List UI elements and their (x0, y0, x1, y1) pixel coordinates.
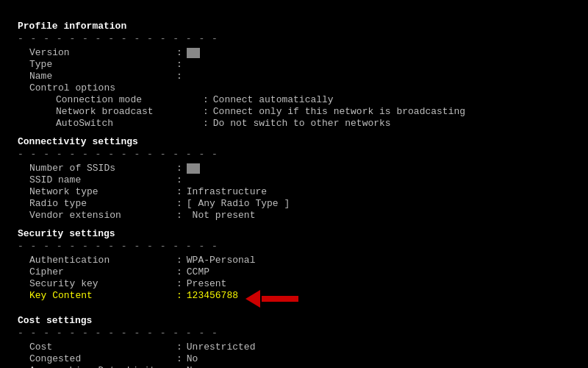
cost-label: Cost (29, 342, 176, 353)
radio-type-label: Radio type (29, 198, 176, 209)
autoswitch-row: AutoSwitch : Do not switch to other netw… (18, 118, 570, 129)
vendor-ext-value: Not present (187, 210, 256, 221)
profile-header: Profile information (18, 21, 570, 32)
cipher-label: Cipher (29, 266, 176, 277)
authentication-value: WPA-Personal (187, 255, 256, 266)
ssid-name-row: SSID name : (18, 174, 570, 185)
connection-mode-label: Connection mode (56, 94, 203, 105)
control-options-row: Control options (18, 82, 570, 93)
connectivity-section: Connectivity settings - - - - - - - - - … (18, 136, 570, 221)
type-label: Type (29, 59, 176, 70)
approaching-data-limit-value: No (187, 365, 198, 368)
connectivity-divider: - - - - - - - - - - - - - - - - (18, 149, 570, 160)
key-content-label: Key Content (29, 290, 176, 308)
cost-value: Unrestricted (187, 342, 256, 353)
num-ssids-value (187, 163, 200, 174)
cost-section: Cost settings - - - - - - - - - - - - - … (18, 315, 570, 368)
connection-mode-row: Connection mode : Connect automatically (18, 94, 570, 105)
profile-divider: - - - - - - - - - - - - - - - - (18, 33, 570, 44)
key-content-row: Key Content : 123456788 (18, 290, 570, 308)
security-section: Security settings - - - - - - - - - - - … (18, 228, 570, 308)
num-ssids-label: Number of SSIDs (29, 163, 176, 174)
ssid-name-label: SSID name (29, 174, 176, 185)
security-key-label: Security key (29, 278, 176, 289)
network-broadcast-label: Network broadcast (56, 106, 203, 117)
autoswitch-value: Do not switch to other networks (213, 118, 391, 129)
network-broadcast-row: Network broadcast : Connect only if this… (18, 106, 570, 117)
security-header: Security settings (18, 228, 570, 239)
security-divider: - - - - - - - - - - - - - - - - (18, 241, 570, 252)
version-label: Version (29, 47, 176, 58)
version-row: Version : (18, 47, 570, 58)
congested-label: Congested (29, 353, 176, 364)
radio-type-row: Radio type : [ Any Radio Type ] (18, 198, 570, 209)
security-key-row: Security key : Present (18, 278, 570, 289)
cipher-row: Cipher : CCMP (18, 266, 570, 277)
congested-row: Congested : No (18, 353, 570, 364)
name-row: Name : (18, 71, 570, 82)
control-options-label: Control options (29, 82, 176, 93)
network-type-label: Network type (29, 186, 176, 197)
autoswitch-label: AutoSwitch (56, 118, 203, 129)
vendor-ext-row: Vendor extension : Not present (18, 210, 570, 221)
type-row: Type : (18, 59, 570, 70)
key-content-value: 123456788 (187, 290, 238, 308)
cost-divider: - - - - - - - - - - - - - - - - (18, 328, 570, 339)
connectivity-header: Connectivity settings (18, 136, 570, 147)
num-ssids-row: Number of SSIDs : (18, 163, 570, 174)
approaching-data-limit-row: Approaching Data Limit : No (18, 365, 570, 368)
connection-mode-value: Connect automatically (213, 94, 334, 105)
cost-header: Cost settings (18, 315, 570, 326)
network-broadcast-value: Connect only if this network is broadcas… (213, 106, 465, 117)
version-value (187, 47, 200, 58)
congested-value: No (187, 353, 198, 364)
vendor-ext-label: Vendor extension (29, 210, 176, 221)
authentication-row: Authentication : WPA-Personal (18, 255, 570, 266)
cost-row: Cost : Unrestricted (18, 342, 570, 353)
authentication-label: Authentication (29, 255, 176, 266)
cipher-value: CCMP (187, 266, 209, 277)
approaching-data-limit-label: Approaching Data Limit (29, 365, 176, 368)
red-arrow (245, 290, 298, 308)
radio-type-value: [ Any Radio Type ] (187, 198, 290, 209)
network-type-row: Network type : Infrastructure (18, 186, 570, 197)
profile-section: Profile information - - - - - - - - - - … (18, 21, 570, 129)
name-label: Name (29, 71, 176, 82)
network-type-value: Infrastructure (187, 186, 267, 197)
security-key-value: Present (187, 278, 227, 289)
